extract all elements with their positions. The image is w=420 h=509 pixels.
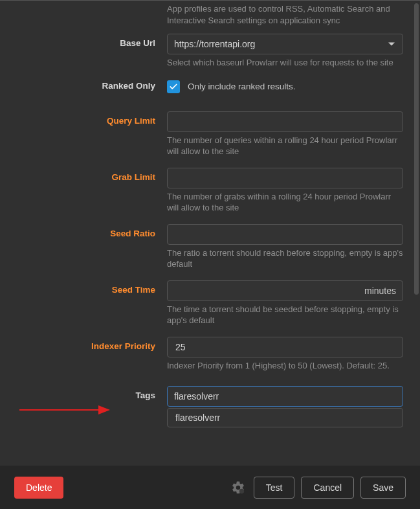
- tags-help: is synced to, or just to organize your i…: [167, 430, 403, 442]
- advanced-toggle-icon[interactable]: [229, 479, 247, 497]
- query-limit-label: Query Limit: [17, 111, 167, 126]
- test-button[interactable]: Test: [254, 477, 295, 499]
- seed-time-label: Seed Time: [17, 280, 167, 295]
- ranked-only-label: Ranked Only: [17, 76, 167, 91]
- indexer-priority-input[interactable]: [167, 337, 403, 357]
- indexer-priority-label: Indexer Priority: [17, 337, 167, 351]
- ranked-only-checkbox[interactable]: [167, 80, 180, 93]
- caret-down-icon: [388, 43, 395, 46]
- scrollbar-thumb[interactable]: [414, 3, 419, 295]
- grab-limit-label: Grab Limit: [17, 168, 167, 182]
- base-url-select[interactable]: https://torrentapi.org: [167, 34, 403, 54]
- cancel-button[interactable]: Cancel: [301, 477, 354, 499]
- seed-ratio-help: The ratio a torrent should reach before …: [167, 247, 403, 270]
- query-limit-input[interactable]: [167, 111, 403, 132]
- base-url-label: Base Url: [17, 34, 167, 48]
- query-limit-help: The number of queries within a rolling 2…: [167, 135, 403, 157]
- base-url-value: https://torrentapi.org: [174, 39, 255, 49]
- seed-ratio-label: Seed Ratio: [17, 224, 167, 238]
- tags-suggestion[interactable]: flaresolverr: [167, 408, 403, 427]
- save-button[interactable]: Save: [360, 477, 406, 499]
- grab-limit-help: The number of grabs within a rolling 24 …: [167, 191, 403, 214]
- base-url-help: Select which baseurl Prowlarr will use f…: [167, 57, 403, 69]
- seed-time-suffix: minutes: [359, 286, 396, 296]
- form-scroll-area: App profiles are used to control RSS, Au…: [0, 1, 420, 466]
- edit-indexer-modal: App profiles are used to control RSS, Au…: [0, 0, 420, 509]
- app-profile-help: App profiles are used to control RSS, Au…: [167, 3, 403, 26]
- tags-label: Tags: [17, 386, 167, 400]
- check-icon: [169, 82, 178, 91]
- delete-button[interactable]: Delete: [14, 477, 63, 499]
- grab-limit-input[interactable]: [167, 168, 403, 188]
- indexer-priority-help: Indexer Priority from 1 (Highest) to 50 …: [167, 360, 403, 372]
- svg-point-2: [239, 489, 244, 493]
- tags-input[interactable]: [167, 386, 403, 407]
- seed-time-help: The time a torrent should be seeded befo…: [167, 304, 403, 326]
- modal-footer: Delete Test Cancel Save: [0, 466, 420, 509]
- seed-time-input[interactable]: minutes: [167, 280, 403, 301]
- ranked-only-text: Only include ranked results.: [188, 82, 296, 91]
- seed-ratio-input[interactable]: [167, 224, 403, 245]
